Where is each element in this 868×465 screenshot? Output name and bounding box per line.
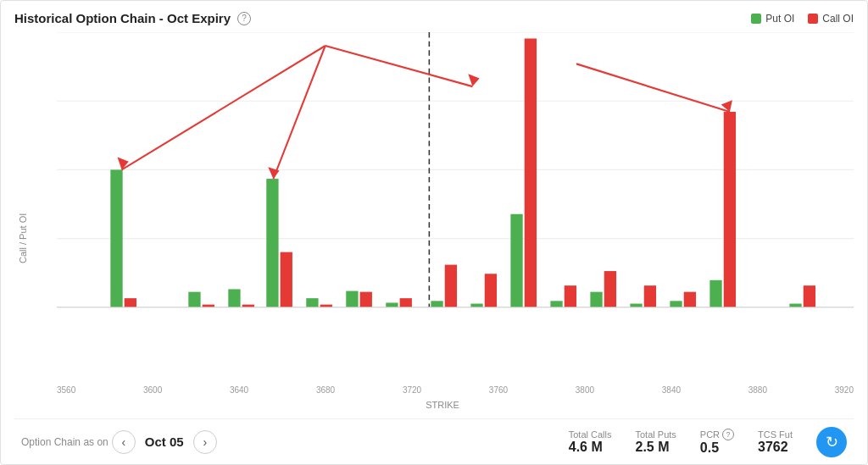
header: Historical Option Chain - Oct Expiry ? P… — [14, 11, 854, 25]
pcr-stat: PCR ? 0.5 — [700, 429, 734, 456]
call-oi-label: Call OI — [822, 13, 854, 25]
total-calls-stat: Total Calls 4.6 M — [569, 429, 612, 455]
date-nav: Option Chain as on ‹ Oct 05 › — [21, 430, 217, 454]
chart-inner: 0 200k 400k 600k 800k — [31, 32, 854, 418]
svg-line-50 — [576, 64, 730, 112]
tcs-fut-stat: TCS Fut 3762 — [758, 429, 793, 455]
svg-rect-20 — [346, 291, 358, 307]
svg-rect-37 — [644, 285, 656, 307]
header-left: Historical Option Chain - Oct Expiry ? — [14, 11, 251, 25]
x-axis-labels: 3560 3600 3640 3680 3720 3760 3800 3840 … — [57, 385, 854, 395]
put-oi-label: Put OI — [765, 13, 794, 25]
svg-rect-29 — [485, 274, 497, 307]
x-axis-title: STRIKE — [31, 400, 854, 410]
svg-rect-12 — [188, 292, 200, 307]
chart-svg: 0 200k 400k 600k 800k — [57, 32, 854, 376]
total-puts-label: Total Puts — [636, 429, 676, 440]
main-container: Historical Option Chain - Oct Expiry ? P… — [0, 0, 868, 465]
pcr-value: 0.5 — [700, 440, 719, 456]
svg-rect-16 — [266, 179, 278, 307]
svg-line-48 — [326, 46, 473, 86]
call-oi-legend: Call OI — [808, 13, 854, 25]
svg-rect-38 — [670, 301, 682, 307]
chart-canvas: 0 200k 400k 600k 800k — [57, 32, 854, 376]
svg-line-46 — [273, 46, 325, 179]
refresh-button[interactable]: ↻ — [816, 427, 847, 457]
svg-rect-14 — [228, 289, 240, 307]
svg-rect-27 — [445, 265, 457, 307]
svg-rect-34 — [590, 292, 602, 307]
help-icon[interactable]: ? — [237, 12, 251, 25]
svg-rect-18 — [306, 298, 318, 307]
page-title: Historical Option Chain - Oct Expiry — [14, 11, 231, 25]
option-chain-label: Option Chain as on — [21, 436, 108, 448]
tcs-fut-value: 3762 — [758, 440, 788, 455]
svg-rect-36 — [630, 304, 642, 307]
pcr-help-icon[interactable]: ? — [722, 429, 734, 440]
total-calls-value: 4.6 M — [569, 440, 603, 455]
svg-rect-42 — [789, 304, 801, 307]
call-oi-dot — [808, 14, 818, 24]
put-oi-dot — [751, 14, 761, 24]
legend: Put OI Call OI — [751, 13, 854, 25]
total-puts-stat: Total Puts 2.5 M — [636, 429, 676, 455]
svg-rect-10 — [110, 169, 122, 307]
total-calls-label: Total Calls — [569, 429, 612, 440]
tcs-fut-label: TCS Fut — [758, 429, 793, 440]
svg-rect-30 — [510, 214, 522, 307]
svg-rect-11 — [125, 298, 136, 307]
svg-rect-28 — [470, 304, 482, 307]
date-display: Oct 05 — [139, 435, 190, 449]
chart-area: Call / Put OI 0 200k 400k 600k 800k — [14, 32, 854, 418]
svg-rect-32 — [550, 301, 562, 307]
svg-rect-23 — [400, 298, 412, 307]
stats-area: Total Calls 4.6 M Total Puts 2.5 M PCR ?… — [569, 427, 847, 457]
svg-marker-49 — [468, 74, 479, 86]
svg-rect-40 — [709, 280, 721, 307]
pcr-label: PCR ? — [700, 429, 734, 440]
next-date-button[interactable]: › — [193, 430, 217, 454]
svg-rect-35 — [604, 271, 616, 307]
svg-rect-21 — [360, 292, 372, 307]
svg-rect-43 — [804, 285, 815, 307]
bottom-bar: Option Chain as on ‹ Oct 05 › Total Call… — [14, 418, 854, 464]
svg-rect-26 — [431, 301, 442, 307]
svg-rect-41 — [724, 112, 736, 307]
put-oi-legend: Put OI — [751, 13, 794, 25]
total-puts-value: 2.5 M — [636, 440, 670, 455]
svg-rect-31 — [525, 38, 537, 307]
svg-rect-39 — [684, 292, 696, 307]
svg-rect-33 — [565, 285, 576, 307]
svg-rect-22 — [386, 302, 398, 307]
prev-date-button[interactable]: ‹ — [112, 430, 136, 454]
svg-marker-45 — [118, 157, 129, 169]
svg-line-44 — [122, 46, 326, 169]
y-axis-label: Call / Put OI — [14, 32, 31, 418]
svg-rect-17 — [281, 252, 292, 307]
